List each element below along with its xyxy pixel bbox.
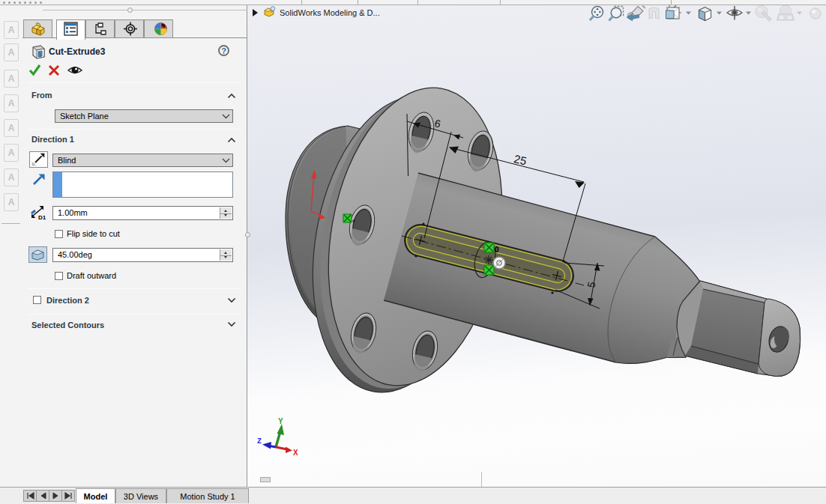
- svg-text:X: X: [293, 449, 298, 457]
- svg-text:D1: D1: [38, 214, 46, 221]
- svg-text:0: 0: [495, 246, 499, 254]
- svg-text:25: 25: [513, 152, 528, 167]
- svg-text:Y: Y: [278, 417, 283, 425]
- svg-text:Z: Z: [257, 437, 262, 446]
